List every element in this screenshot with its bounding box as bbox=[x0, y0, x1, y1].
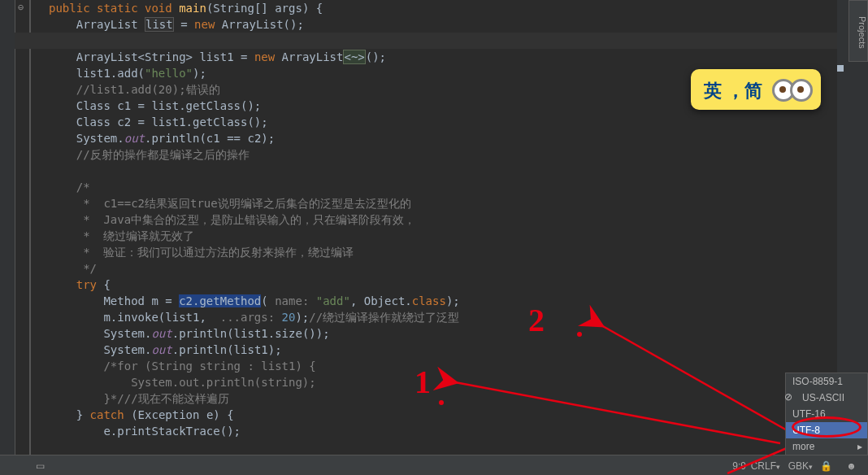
chevron-right-icon: ▸ bbox=[857, 440, 862, 453]
minion-icon bbox=[772, 77, 813, 102]
marker-icon[interactable] bbox=[837, 65, 844, 72]
encoding-option-utf16[interactable]: UTF-16 bbox=[786, 406, 867, 422]
code-content[interactable]: public static void main(String[] args) {… bbox=[49, 0, 460, 439]
status-bar: ▭ 9:9 CRLF▾ GBK▾ 🔒 ☻ bbox=[0, 455, 868, 475]
hector-icon[interactable]: ☻ bbox=[846, 460, 857, 472]
encoding-option-iso[interactable]: ISO-8859-1 bbox=[786, 373, 867, 390]
encoding-option-utf8[interactable]: UTF-8 bbox=[786, 422, 867, 438]
annotation-dot-1 bbox=[439, 400, 444, 405]
encoding-menu[interactable]: ISO-8859-1 ⊘ US-ASCII UTF-16 UTF-8 more▸ bbox=[785, 373, 868, 455]
ime-indicator[interactable]: 英 ，简 bbox=[691, 69, 821, 110]
side-tab-projects[interactable]: Projects bbox=[848, 0, 868, 62]
encoding-option-ascii[interactable]: ⊘ US-ASCII bbox=[786, 390, 867, 406]
fold-gutter: ⊖ bbox=[15, 0, 31, 455]
fold-toggle-icon[interactable]: ⊖ bbox=[18, 2, 24, 13]
caret-position[interactable]: 9:9 bbox=[732, 460, 746, 472]
file-encoding[interactable]: GBK▾ bbox=[788, 460, 813, 472]
line-separator[interactable]: CRLF▾ bbox=[751, 460, 780, 472]
insert-mode[interactable]: 🔒 bbox=[820, 460, 832, 472]
ime-mode-label: 英 ，简 bbox=[704, 79, 762, 103]
annotation-dot-2 bbox=[577, 332, 582, 337]
line-gutter bbox=[0, 0, 15, 455]
tool-window-icon[interactable]: ▭ bbox=[36, 460, 45, 472]
code-editor[interactable]: ⊖ public static void main(String[] args)… bbox=[0, 0, 837, 455]
encoding-option-more[interactable]: more▸ bbox=[786, 438, 867, 455]
